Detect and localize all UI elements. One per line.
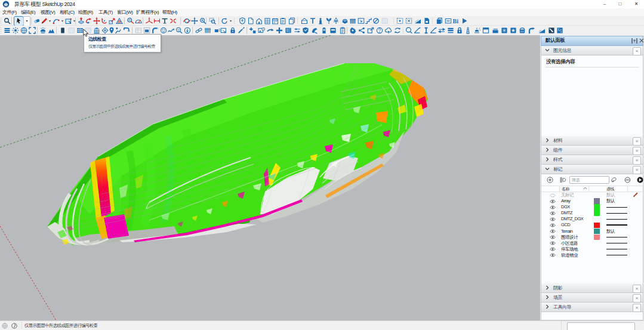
boxdiag-icon[interactable] [548,27,555,34]
shield-icon[interactable] [239,17,246,24]
purge-tags-icon[interactable] [611,177,617,183]
lowbox-icon[interactable] [492,27,499,34]
eraser-icon[interactable] [33,17,41,24]
scale-icon[interactable] [109,17,116,24]
eye-visibility-icon[interactable] [550,235,556,240]
section-2[interactable]: 样式 × [541,155,643,165]
tag-filter-input[interactable]: 筛选 [569,176,609,184]
bigplus-icon[interactable] [276,27,283,34]
eye-visibility-icon[interactable] [550,223,556,228]
anglepen-icon[interactable] [430,27,437,34]
tag-dash-default[interactable]: 默认 [606,198,615,204]
tag-color-chip[interactable] [594,229,600,235]
pages2-icon[interactable] [436,17,443,24]
mountains-icon[interactable] [48,27,55,34]
ghost-icon[interactable] [68,27,75,34]
toolbar-group-handle[interactable] [432,17,433,24]
select-tool-button-active[interactable] [14,16,24,26]
calendar-icon[interactable] [272,17,279,24]
tag-color-chip[interactable] [594,223,600,229]
tag-dash-style[interactable] [606,219,627,220]
lamp-icon[interactable] [39,27,47,34]
winbox-icon[interactable] [143,27,150,34]
tag-color-chip[interactable] [594,235,600,240]
hook-icon[interactable] [123,27,130,34]
gear-icon[interactable] [349,27,356,34]
clipboard2-icon[interactable] [339,27,346,34]
section-close-button[interactable]: × [633,137,641,146]
section-close-button[interactable]: × [633,304,641,312]
tape-icon[interactable] [127,17,134,24]
tag-dash-default[interactable]: 默认 [606,192,615,198]
eye-visibility-icon[interactable] [550,229,556,234]
textT-icon[interactable] [309,17,316,24]
lock2-icon[interactable] [456,27,463,34]
tag-dash-style[interactable] [606,207,627,208]
color-by-tag-icon[interactable] [624,177,631,183]
section-tags[interactable]: 标记 × [541,165,643,174]
boxlabel-icon[interactable] [329,27,337,34]
eye-visibility-icon[interactable] [550,193,556,198]
followme-icon[interactable] [85,17,93,24]
boxarrow-icon[interactable] [367,27,374,34]
noentry-icon[interactable] [372,17,380,24]
menu-item-4[interactable]: 绘图(R) [78,8,93,16]
menu-item-5[interactable]: 工具(T) [98,8,113,16]
arc-icon[interactable] [53,17,60,24]
section-close-button[interactable]: × [633,156,641,165]
rampdash-icon[interactable] [538,27,546,34]
menu-item-8[interactable]: 帮助(H) [162,8,177,16]
tag-row[interactable]: GCD [541,222,643,228]
menu-item-0[interactable]: 文件(F) [2,8,17,16]
section-close-button[interactable]: × [633,294,641,303]
pin-panel-icon[interactable] [631,38,637,44]
text3d-icon[interactable] [161,17,168,24]
house-icon[interactable] [255,17,263,24]
section-0[interactable]: 材料 × [541,136,643,146]
ghost-icon[interactable] [381,17,389,24]
winarr2-icon[interactable] [220,27,227,34]
eye-visibility-icon[interactable] [550,240,556,246]
boxsnow-icon[interactable] [501,27,508,34]
menu-item-2[interactable]: 视图(V) [41,8,55,16]
statue-icon[interactable] [317,17,324,24]
dims-icon[interactable] [153,17,161,24]
house2-icon[interactable] [301,17,308,24]
tag-row[interactable]: 围墙设计 [541,235,643,240]
toolbar-drag-handle[interactable] [0,17,2,24]
toolbar-group-handle[interactable] [297,17,298,24]
tag-color-chip[interactable] [594,204,600,210]
tag-row[interactable]: 停车场地 [541,246,643,252]
winarrow-icon[interactable] [358,17,365,24]
protractor-icon[interactable] [135,17,142,24]
panel-close-icon[interactable] [639,38,644,43]
tag-row[interactable]: 轨道物业 [541,252,643,258]
tower-icon[interactable] [464,27,472,34]
wintop-icon[interactable] [482,27,489,34]
tree3d-icon[interactable] [332,17,340,24]
add-tag-folder-icon[interactable] [560,177,566,183]
stairs-icon[interactable] [365,17,372,24]
tag-dash-style[interactable] [606,255,627,255]
circdown-icon[interactable] [184,27,191,34]
block-icon[interactable] [59,27,66,34]
gridsel-icon[interactable] [135,27,142,34]
toolbar-dropdown-arrow[interactable]: ▾ [47,18,53,24]
toolbar-group-handle[interactable] [402,27,404,34]
menu-item-1[interactable]: 编辑(E) [21,8,35,16]
layerbars-icon[interactable] [447,27,454,34]
dumbbell-icon[interactable] [423,27,430,34]
toolbar-drag-handle[interactable] [0,27,2,34]
leaf-icon[interactable] [325,17,332,24]
prev-icon[interactable] [221,17,228,24]
magface-icon[interactable] [175,27,183,34]
select-tool-dropdown[interactable]: ▾ [23,16,30,26]
handswoosh-icon[interactable] [267,27,274,34]
tag-dash-style[interactable] [606,237,627,238]
tag-dash-style[interactable] [606,249,627,249]
lockbag-icon[interactable] [229,27,236,34]
play-icon[interactable] [461,17,468,24]
arrows2-icon[interactable] [438,27,445,34]
tags-table-header[interactable]: 名称 虚线 [541,186,643,192]
tag-row[interactable]: 小区道路 [541,240,643,246]
